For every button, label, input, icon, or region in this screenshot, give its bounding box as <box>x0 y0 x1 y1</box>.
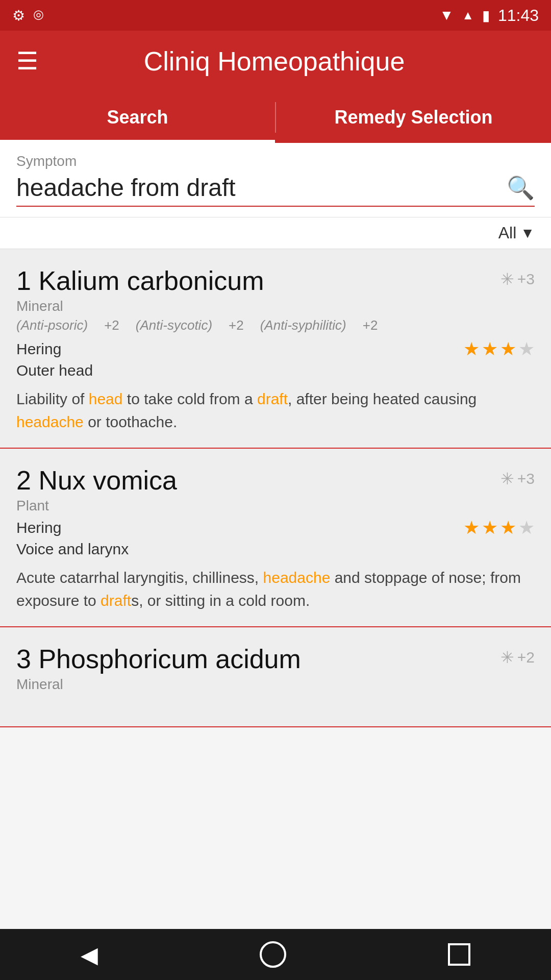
tab-search[interactable]: Search <box>0 92 275 143</box>
search-row: headache from draft 🔍 <box>16 174 535 207</box>
remedy-name-2: 2 Nux vomica <box>16 465 177 496</box>
remedy-stars-2: ★ ★ ★ ★ <box>463 517 535 538</box>
battery-icon: ▮ <box>482 7 490 24</box>
highlight-head-1: head <box>89 390 123 407</box>
remedy-type-2: Plant <box>16 498 535 514</box>
home-button[interactable] <box>260 941 286 968</box>
remedy-source-2: Hering <box>16 519 61 536</box>
settings-icon: ⚙ <box>12 7 25 24</box>
star-2-3: ★ <box>500 517 516 538</box>
app-title: Cliniq Homeopathique <box>55 46 494 77</box>
remedy-tag-1a: (Anti-psoric) <box>16 317 88 333</box>
remedy-tag-1c-num: +2 <box>363 317 378 333</box>
wifi-icon: ▼ <box>439 7 454 23</box>
remedy-type-1: Mineral <box>16 298 535 314</box>
search-area: Symptom headache from draft 🔍 <box>0 143 551 217</box>
remedy-tag-1b: (Anti-sycotic) <box>136 317 212 333</box>
tab-remedy-selection[interactable]: Remedy Selection <box>276 92 551 143</box>
filter-dropdown[interactable]: All ▼ <box>498 224 535 242</box>
status-time: 11:43 <box>498 6 539 25</box>
remedy-tag-1b-num: +2 <box>229 317 244 333</box>
filter-label: All <box>498 224 517 242</box>
remedy-header-3: 3 Phosphoricum acidum ✳ +2 <box>16 644 535 674</box>
remedy-description-2: Acute catarrhal laryngitis, chilliness, … <box>16 566 535 612</box>
remedy-source-row-1: Hering ★ ★ ★ ★ <box>16 338 535 360</box>
remedy-source-1: Hering <box>16 340 61 358</box>
star-1-2: ★ <box>482 338 498 360</box>
results-list: 1 Kalium carbonicum ✳ +3 Mineral (Anti-p… <box>0 249 551 929</box>
bottom-nav: ◀ <box>0 929 551 980</box>
remedy-header-2: 2 Nux vomica ✳ +3 <box>16 465 535 496</box>
badge-count-2: +3 <box>517 470 535 487</box>
search-icon[interactable]: 🔍 <box>507 175 535 201</box>
highlight-draft-1: draft <box>257 390 288 407</box>
remedy-name-3: 3 Phosphoricum acidum <box>16 644 301 674</box>
remedy-card-1[interactable]: 1 Kalium carbonicum ✳ +3 Mineral (Anti-p… <box>0 249 551 449</box>
badge-count-3: +2 <box>517 649 535 666</box>
remedy-section-2: Voice and larynx <box>16 541 535 558</box>
remedy-tag-1a-num: +2 <box>104 317 119 333</box>
star-1-1: ★ <box>463 338 480 360</box>
remedy-stars-1: ★ ★ ★ ★ <box>463 338 535 360</box>
filter-row: All ▼ <box>0 217 551 249</box>
remedy-header-1: 1 Kalium carbonicum ✳ +3 <box>16 265 535 296</box>
remedy-name-1: 1 Kalium carbonicum <box>16 265 264 296</box>
highlight-headache-2: headache <box>263 569 331 586</box>
remedy-card-3[interactable]: 3 Phosphoricum acidum ✳ +2 Mineral <box>0 627 551 727</box>
back-button[interactable]: ◀ <box>81 942 98 968</box>
remedy-tags-1: (Anti-psoric) +2 (Anti-sycotic) +2 (Anti… <box>16 317 535 333</box>
snowflake-icon-1: ✳ <box>500 270 514 289</box>
remedy-badge-1: ✳ +3 <box>500 270 535 289</box>
star-1-3: ★ <box>500 338 516 360</box>
badge-count-1: +3 <box>517 271 535 288</box>
status-bar-left: ⚙ ◎ <box>12 7 44 24</box>
highlight-draft-2: draft <box>101 592 131 609</box>
remedy-description-1: Liability of head to take cold from a dr… <box>16 387 535 433</box>
tabs: Search Remedy Selection <box>0 92 551 143</box>
app-bar: ☰ Cliniq Homeopathique <box>0 31 551 92</box>
remedy-section-1: Outer head <box>16 362 535 379</box>
remedy-badge-2: ✳ +3 <box>500 469 535 488</box>
remedy-source-row-2: Hering ★ ★ ★ ★ <box>16 517 535 538</box>
remedy-badge-3: ✳ +2 <box>500 648 535 667</box>
signal-icon: ▲ <box>462 8 474 22</box>
star-2-1: ★ <box>463 517 480 538</box>
recent-apps-button[interactable] <box>448 943 470 966</box>
status-bar-right: ▼ ▲ ▮ 11:43 <box>439 6 539 25</box>
snowflake-icon-2: ✳ <box>500 469 514 488</box>
remedy-card-2[interactable]: 2 Nux vomica ✳ +3 Plant Hering ★ ★ ★ ★ V… <box>0 449 551 627</box>
star-2-4: ★ <box>518 517 535 538</box>
menu-icon[interactable]: ☰ <box>16 49 38 74</box>
star-2-2: ★ <box>482 517 498 538</box>
status-bar: ⚙ ◎ ▼ ▲ ▮ 11:43 <box>0 0 551 31</box>
circle-status-icon: ◎ <box>33 7 44 24</box>
remedy-tag-1c: (Anti-syphilitic) <box>260 317 346 333</box>
filter-arrow-icon: ▼ <box>520 225 535 241</box>
remedy-type-3: Mineral <box>16 676 535 693</box>
star-1-4: ★ <box>518 338 535 360</box>
highlight-headache-1: headache <box>16 413 84 430</box>
symptom-label: Symptom <box>16 153 535 169</box>
snowflake-icon-3: ✳ <box>500 648 514 667</box>
search-input[interactable]: headache from draft <box>16 174 507 202</box>
